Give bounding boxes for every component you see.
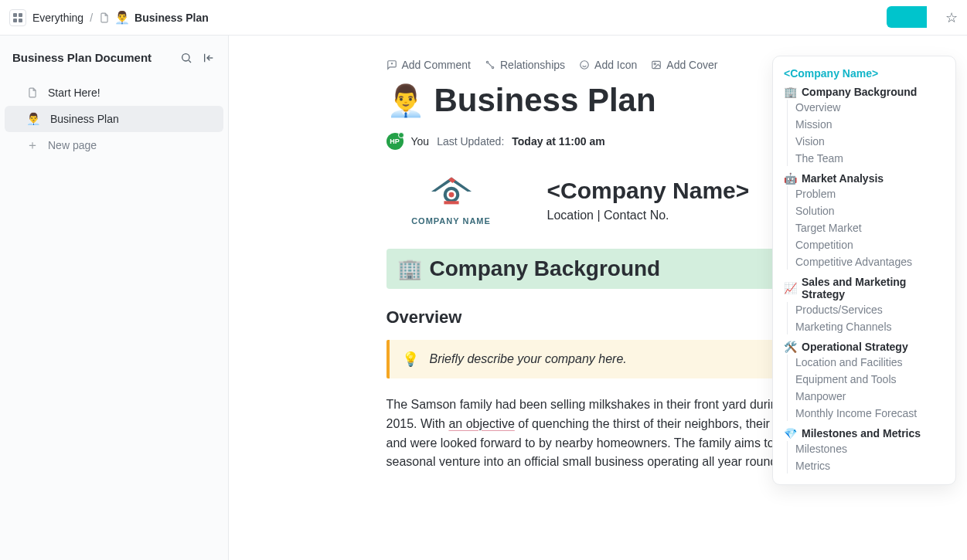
breadcrumb-title: Business Plan bbox=[134, 12, 209, 24]
callout-text: Briefly describe your company here. bbox=[430, 352, 627, 366]
relationships-icon bbox=[485, 59, 495, 70]
page-emoji[interactable]: 👨‍💼 bbox=[386, 83, 425, 119]
add-comment-button[interactable]: Add Comment bbox=[386, 59, 471, 71]
plus-icon: ＋ bbox=[26, 137, 39, 154]
toc-section[interactable]: 🏢Company Background bbox=[784, 86, 945, 98]
toc-item[interactable]: Milestones bbox=[795, 443, 945, 455]
toc-item[interactable]: Marketing Channels bbox=[795, 321, 945, 333]
toc-section-emoji: 💎 bbox=[784, 427, 797, 440]
section-title: Company Background bbox=[430, 256, 661, 281]
sidebar-item-start-here[interactable]: Start Here! bbox=[5, 80, 223, 106]
toc-subitems: MilestonesMetrics bbox=[787, 441, 945, 473]
upgrade-pill[interactable] bbox=[887, 6, 927, 28]
toc-item[interactable]: Mission bbox=[795, 118, 945, 131]
toc-section-emoji: 🏢 bbox=[784, 86, 797, 98]
toc-item[interactable]: Competitive Advantages bbox=[795, 256, 945, 268]
sidebar: Business Plan Document Start Here! 👨‍💼 B… bbox=[0, 36, 229, 560]
toc-item[interactable]: Target Market bbox=[795, 222, 945, 234]
collapse-sidebar-icon[interactable] bbox=[202, 52, 216, 64]
toc-item[interactable]: Problem bbox=[795, 188, 945, 200]
toolbar-label: Relationships bbox=[500, 59, 565, 71]
toc-section-emoji: 🤖 bbox=[784, 172, 797, 185]
breadcrumb-emoji: 👨‍💼 bbox=[114, 10, 130, 25]
toolbar-label: Add Comment bbox=[402, 59, 471, 71]
svg-point-10 bbox=[486, 61, 488, 63]
toc-section[interactable]: 🛠️Operational Strategy bbox=[784, 341, 945, 353]
toc-subitems: ProblemSolutionTarget MarketCompetitionC… bbox=[787, 186, 945, 270]
star-icon[interactable]: ☆ bbox=[945, 9, 958, 26]
toc-item[interactable]: Location and Facilities bbox=[795, 356, 945, 368]
topbar: Everything / 👨‍💼 Business Plan ☆ bbox=[0, 0, 967, 36]
svg-rect-1 bbox=[19, 13, 22, 17]
avatar[interactable]: HP bbox=[386, 133, 403, 150]
svg-line-5 bbox=[189, 60, 191, 63]
relationships-button[interactable]: Relationships bbox=[485, 59, 565, 71]
breadcrumb-root[interactable]: Everything bbox=[32, 12, 83, 24]
svg-point-20 bbox=[448, 192, 454, 198]
company-sub[interactable]: Location | Contact No. bbox=[547, 209, 750, 222]
toc-section-emoji: 📈 bbox=[784, 282, 797, 294]
toc-item[interactable]: Equipment and Tools bbox=[795, 373, 945, 385]
toc-section-title: Company Background bbox=[802, 86, 917, 98]
sidebar-item-business-plan[interactable]: 👨‍💼 Business Plan bbox=[5, 106, 223, 132]
sidebar-item-label: Start Here! bbox=[48, 87, 100, 99]
toc-section-title: Milestones and Metrics bbox=[802, 427, 921, 440]
lightbulb-icon: 💡 bbox=[402, 351, 419, 368]
sidebar-item-label: New page bbox=[48, 139, 97, 151]
svg-point-4 bbox=[182, 53, 189, 60]
logo-label: COMPANY NAME bbox=[411, 216, 491, 226]
add-cover-button[interactable]: Add Cover bbox=[651, 59, 717, 71]
updated-value: Today at 11:00 am bbox=[512, 135, 604, 148]
svg-rect-21 bbox=[444, 201, 458, 204]
add-icon-button[interactable]: Add Icon bbox=[579, 59, 637, 71]
toc-subitems: Products/ServicesMarketing Channels bbox=[787, 302, 945, 334]
toc-section-title: Sales and Marketing Strategy bbox=[802, 276, 945, 300]
toc-section[interactable]: 🤖Market Analysis bbox=[784, 172, 945, 185]
toc-item[interactable]: Solution bbox=[795, 205, 945, 217]
grid-icon[interactable] bbox=[9, 9, 26, 26]
toc-item[interactable]: Vision bbox=[795, 135, 945, 148]
paragraph-underlined: an objective bbox=[448, 417, 514, 430]
company-logo: COMPANY NAME bbox=[386, 175, 516, 226]
document-icon bbox=[99, 12, 110, 23]
toc-section-title: Market Analysis bbox=[802, 172, 884, 185]
toc-active[interactable]: <Company Name> bbox=[784, 67, 945, 80]
sidebar-title: Business Plan Document bbox=[12, 51, 171, 64]
toc-item[interactable]: Products/Services bbox=[795, 304, 945, 316]
sidebar-item-label: Business Plan bbox=[50, 113, 119, 125]
toolbar-label: Add Icon bbox=[594, 59, 637, 71]
section-emoji: 🏢 bbox=[397, 257, 422, 281]
toolbar-label: Add Cover bbox=[666, 59, 717, 71]
breadcrumb-doc[interactable]: 👨‍💼 Business Plan bbox=[99, 10, 209, 25]
svg-point-16 bbox=[654, 63, 655, 65]
page-title-text[interactable]: Business Plan bbox=[434, 82, 656, 119]
updated-label: Last Updated: bbox=[437, 135, 504, 148]
toc-item[interactable]: Manpower bbox=[795, 390, 945, 402]
image-icon bbox=[651, 59, 662, 70]
toc-item[interactable]: Monthly Income Forecast bbox=[795, 407, 945, 419]
toc-section-emoji: 🛠️ bbox=[784, 341, 797, 353]
svg-rect-3 bbox=[19, 19, 22, 22]
smile-icon bbox=[579, 59, 590, 70]
toc-subitems: Location and FacilitiesEquipment and Too… bbox=[787, 355, 945, 421]
toc-item[interactable]: Metrics bbox=[795, 460, 945, 472]
toc-item[interactable]: Competition bbox=[795, 239, 945, 251]
search-icon[interactable] bbox=[180, 52, 192, 64]
toc-section[interactable]: 📈Sales and Marketing Strategy bbox=[784, 276, 945, 300]
author-name: You bbox=[411, 135, 430, 148]
company-name[interactable]: <Company Name> bbox=[547, 178, 750, 204]
svg-point-12 bbox=[581, 61, 589, 70]
toc-subitems: OverviewMissionVisionThe Team bbox=[787, 100, 945, 166]
svg-rect-0 bbox=[13, 13, 17, 17]
svg-point-11 bbox=[492, 66, 493, 68]
comment-icon bbox=[386, 59, 397, 70]
sidebar-item-new-page[interactable]: ＋ New page bbox=[5, 132, 223, 158]
sidebar-item-emoji: 👨‍💼 bbox=[26, 112, 41, 126]
toc-section[interactable]: 💎Milestones and Metrics bbox=[784, 427, 945, 440]
document-icon bbox=[26, 87, 39, 98]
toc-section-title: Operational Strategy bbox=[802, 341, 908, 353]
svg-rect-2 bbox=[13, 19, 17, 22]
toc-item[interactable]: Overview bbox=[795, 101, 945, 114]
sidebar-list: Start Here! 👨‍💼 Business Plan ＋ New page bbox=[0, 75, 228, 163]
toc-item[interactable]: The Team bbox=[795, 152, 945, 165]
